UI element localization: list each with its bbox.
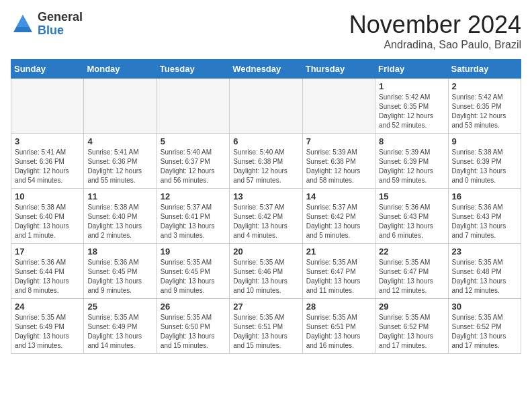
weekday-header-thursday: Thursday [302, 60, 375, 79]
calendar-cell: 9Sunrise: 5:38 AMSunset: 6:39 PMDaylight… [448, 134, 521, 189]
day-number: 27 [233, 302, 298, 312]
calendar-week-2: 3Sunrise: 5:41 AMSunset: 6:36 PMDaylight… [11, 134, 521, 189]
day-number: 17 [15, 246, 80, 257]
day-number: 23 [452, 246, 517, 257]
calendar-cell: 19Sunrise: 5:35 AMSunset: 6:45 PMDayligh… [157, 244, 229, 299]
day-number: 30 [452, 302, 517, 312]
logo: General Blue [11, 11, 83, 38]
weekday-header-monday: Monday [84, 60, 157, 79]
day-number: 28 [306, 302, 371, 312]
day-number: 12 [161, 191, 226, 201]
day-detail: Sunrise: 5:36 AMSunset: 6:44 PMDaylight:… [15, 258, 80, 295]
calendar-cell: 22Sunrise: 5:35 AMSunset: 6:47 PMDayligh… [375, 244, 448, 299]
weekday-header-row: SundayMondayTuesdayWednesdayThursdayFrid… [11, 60, 521, 79]
calendar-cell: 12Sunrise: 5:37 AMSunset: 6:41 PMDayligh… [157, 189, 229, 244]
calendar-cell: 3Sunrise: 5:41 AMSunset: 6:36 PMDaylight… [11, 134, 84, 189]
day-detail: Sunrise: 5:38 AMSunset: 6:39 PMDaylight:… [452, 148, 517, 185]
calendar-cell: 16Sunrise: 5:36 AMSunset: 6:43 PMDayligh… [448, 189, 521, 244]
logo-blue: Blue [38, 24, 83, 38]
day-detail: Sunrise: 5:38 AMSunset: 6:40 PMDaylight:… [15, 203, 80, 240]
day-detail: Sunrise: 5:35 AMSunset: 6:52 PMDaylight:… [452, 313, 517, 351]
day-number: 7 [306, 136, 371, 146]
calendar-cell: 15Sunrise: 5:36 AMSunset: 6:43 PMDayligh… [375, 189, 448, 244]
title-block: November 2024 Andradina, Sao Paulo, Braz… [349, 11, 521, 51]
calendar-table: SundayMondayTuesdayWednesdayThursdayFrid… [11, 59, 521, 354]
logo-general: General [38, 11, 83, 24]
month-title: November 2024 [349, 11, 521, 39]
day-detail: Sunrise: 5:35 AMSunset: 6:48 PMDaylight:… [452, 258, 517, 295]
calendar-cell: 10Sunrise: 5:38 AMSunset: 6:40 PMDayligh… [11, 189, 84, 244]
day-detail: Sunrise: 5:40 AMSunset: 6:37 PMDaylight:… [161, 148, 226, 185]
day-number: 25 [87, 302, 152, 312]
day-number: 20 [233, 246, 298, 257]
calendar-week-1: 1Sunrise: 5:42 AMSunset: 6:35 PMDaylight… [11, 79, 521, 134]
calendar-cell: 5Sunrise: 5:40 AMSunset: 6:37 PMDaylight… [157, 134, 229, 189]
day-number: 29 [379, 302, 444, 312]
day-detail: Sunrise: 5:40 AMSunset: 6:38 PMDaylight:… [233, 148, 298, 185]
day-detail: Sunrise: 5:35 AMSunset: 6:47 PMDaylight:… [379, 258, 444, 295]
calendar-cell: 27Sunrise: 5:35 AMSunset: 6:51 PMDayligh… [230, 299, 302, 354]
day-detail: Sunrise: 5:39 AMSunset: 6:39 PMDaylight:… [379, 148, 444, 185]
day-number: 1 [379, 81, 444, 91]
day-number: 4 [87, 136, 152, 146]
day-detail: Sunrise: 5:35 AMSunset: 6:51 PMDaylight:… [233, 313, 298, 351]
day-number: 11 [87, 191, 152, 201]
day-number: 14 [306, 191, 371, 201]
location-title: Andradina, Sao Paulo, Brazil [349, 39, 521, 51]
page-header: General Blue November 2024 Andradina, Sa… [11, 11, 521, 51]
day-detail: Sunrise: 5:35 AMSunset: 6:49 PMDaylight:… [87, 313, 152, 351]
calendar-cell: 26Sunrise: 5:35 AMSunset: 6:50 PMDayligh… [157, 299, 229, 354]
calendar-cell: 25Sunrise: 5:35 AMSunset: 6:49 PMDayligh… [84, 299, 157, 354]
day-detail: Sunrise: 5:39 AMSunset: 6:38 PMDaylight:… [306, 148, 371, 185]
calendar-cell: 23Sunrise: 5:35 AMSunset: 6:48 PMDayligh… [448, 244, 521, 299]
calendar-cell: 6Sunrise: 5:40 AMSunset: 6:38 PMDaylight… [230, 134, 302, 189]
day-detail: Sunrise: 5:36 AMSunset: 6:43 PMDaylight:… [379, 203, 444, 240]
weekday-header-wednesday: Wednesday [230, 60, 302, 79]
day-detail: Sunrise: 5:36 AMSunset: 6:43 PMDaylight:… [452, 203, 517, 240]
calendar-cell: 1Sunrise: 5:42 AMSunset: 6:35 PMDaylight… [375, 79, 448, 134]
calendar-week-3: 10Sunrise: 5:38 AMSunset: 6:40 PMDayligh… [11, 189, 521, 244]
day-number: 21 [306, 246, 371, 257]
calendar-cell [230, 79, 302, 134]
calendar-cell: 14Sunrise: 5:37 AMSunset: 6:42 PMDayligh… [302, 189, 375, 244]
day-number: 19 [161, 246, 226, 257]
day-number: 3 [15, 136, 80, 146]
calendar-cell: 13Sunrise: 5:37 AMSunset: 6:42 PMDayligh… [230, 189, 302, 244]
calendar-cell [84, 79, 157, 134]
calendar-cell: 11Sunrise: 5:38 AMSunset: 6:40 PMDayligh… [84, 189, 157, 244]
calendar-cell: 24Sunrise: 5:35 AMSunset: 6:49 PMDayligh… [11, 299, 84, 354]
weekday-header-sunday: Sunday [11, 60, 84, 79]
day-detail: Sunrise: 5:42 AMSunset: 6:35 PMDaylight:… [452, 93, 517, 130]
day-number: 24 [15, 302, 80, 312]
day-number: 2 [452, 81, 517, 91]
day-detail: Sunrise: 5:35 AMSunset: 6:50 PMDaylight:… [161, 313, 226, 351]
calendar-cell: 8Sunrise: 5:39 AMSunset: 6:39 PMDaylight… [375, 134, 448, 189]
calendar-cell: 29Sunrise: 5:35 AMSunset: 6:52 PMDayligh… [375, 299, 448, 354]
logo-icon [11, 12, 35, 36]
calendar-cell: 17Sunrise: 5:36 AMSunset: 6:44 PMDayligh… [11, 244, 84, 299]
weekday-header-friday: Friday [375, 60, 448, 79]
calendar-cell: 18Sunrise: 5:36 AMSunset: 6:45 PMDayligh… [84, 244, 157, 299]
day-number: 26 [161, 302, 226, 312]
day-number: 9 [452, 136, 517, 146]
day-number: 8 [379, 136, 444, 146]
day-detail: Sunrise: 5:42 AMSunset: 6:35 PMDaylight:… [379, 93, 444, 130]
logo-text: General Blue [38, 11, 83, 38]
day-detail: Sunrise: 5:37 AMSunset: 6:42 PMDaylight:… [306, 203, 371, 240]
calendar-cell: 21Sunrise: 5:35 AMSunset: 6:47 PMDayligh… [302, 244, 375, 299]
day-detail: Sunrise: 5:41 AMSunset: 6:36 PMDaylight:… [87, 148, 152, 185]
calendar-cell: 30Sunrise: 5:35 AMSunset: 6:52 PMDayligh… [448, 299, 521, 354]
calendar-week-4: 17Sunrise: 5:36 AMSunset: 6:44 PMDayligh… [11, 244, 521, 299]
weekday-header-saturday: Saturday [448, 60, 521, 79]
day-number: 5 [161, 136, 226, 146]
calendar-cell: 4Sunrise: 5:41 AMSunset: 6:36 PMDaylight… [84, 134, 157, 189]
day-number: 6 [233, 136, 298, 146]
day-number: 16 [452, 191, 517, 201]
day-number: 10 [15, 191, 80, 201]
svg-marker-1 [16, 15, 30, 27]
day-detail: Sunrise: 5:35 AMSunset: 6:52 PMDaylight:… [379, 313, 444, 351]
calendar-cell [302, 79, 375, 134]
day-detail: Sunrise: 5:35 AMSunset: 6:51 PMDaylight:… [306, 313, 371, 351]
calendar-cell [11, 79, 84, 134]
calendar-cell: 20Sunrise: 5:35 AMSunset: 6:46 PMDayligh… [230, 244, 302, 299]
